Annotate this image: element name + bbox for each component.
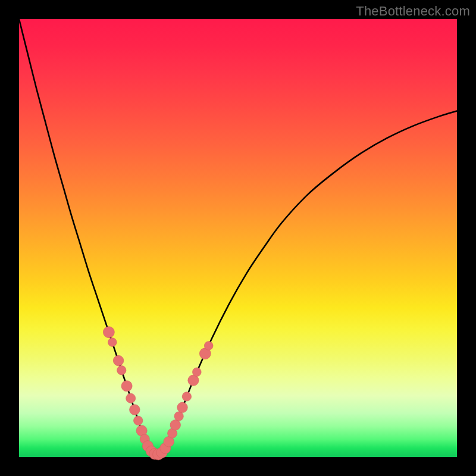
curve-marker: [121, 381, 132, 392]
curve-marker: [204, 342, 213, 350]
curve-marker: [117, 366, 126, 375]
bottleneck-curve: [19, 19, 457, 455]
curve-marker: [108, 338, 117, 347]
curve-marker: [170, 420, 180, 430]
curve-marker: [177, 402, 187, 412]
curve-marker: [103, 327, 114, 338]
curve-marker: [182, 392, 191, 401]
curve-marker: [192, 368, 201, 377]
plot-area: [19, 19, 457, 457]
curve-markers: [103, 327, 213, 460]
curve-marker: [126, 393, 136, 403]
curve-marker: [174, 412, 183, 421]
chart-frame: TheBottleneck.com: [0, 0, 476, 476]
curve-marker: [134, 416, 143, 425]
watermark-text: TheBottleneck.com: [356, 4, 470, 19]
curve-marker: [130, 405, 140, 415]
curve-svg: [19, 19, 457, 457]
curve-marker: [113, 355, 123, 365]
